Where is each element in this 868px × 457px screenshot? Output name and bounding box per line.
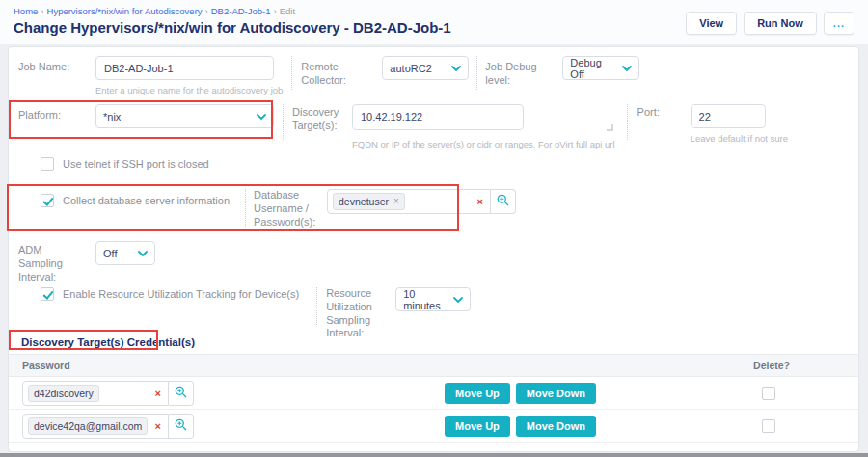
chevron-down-icon [257,114,266,120]
discovery-targets-col: FQDN or IP of the server(s) or cidr or r… [352,104,615,149]
reorder-buttons: Move Up Move Down [445,383,596,404]
use-telnet-label: Use telnet if SSH port is closed [63,157,209,170]
chevron-down-icon [451,66,461,71]
chevron-down-icon [138,251,148,256]
resource-tracking-label: Enable Resource Utilization Tracking for… [63,287,299,300]
column-divider [245,189,246,227]
column-divider [627,104,628,140]
row-job-name: Job Name: Enter a unique name for the au… [9,47,858,95]
row-use-telnet: Use telnet if SSH port is closed [9,146,858,180]
resource-interval-select[interactable]: 10 minutes [395,287,471,311]
row-platform-targets: Platform: *nix Discovery Target(s): FQDN… [9,95,858,146]
view-button[interactable]: View [686,12,737,35]
credential-tag: devnetuser × [333,193,405,210]
clear-field-icon[interactable]: × [155,388,161,399]
use-telnet-checkbox[interactable] [41,157,54,171]
add-credential-link[interactable]: Add another Username/Password [34,450,186,452]
port-col: Leave default if not sure [691,104,788,144]
collect-db-checkbox[interactable] [41,194,54,207]
credential-tag: d42discovery [28,385,99,402]
job-debug-select[interactable]: Debug Off [562,56,639,80]
platform-label: Platform: [18,104,86,122]
discovery-targets-textarea[interactable] [352,104,524,130]
breadcrumb-job[interactable]: DB2-AD-Job-1 [211,6,271,16]
plus-icon: + [22,449,29,452]
job-debug-value: Debug Off [570,57,616,80]
resource-tracking-checkbox[interactable] [41,287,54,301]
move-up-button[interactable]: Move Up [445,383,510,404]
credential-input[interactable]: d42discovery × [22,381,169,406]
row-collect-db: Collect database server information Data… [9,180,858,232]
move-down-button[interactable]: Move Down [516,383,596,404]
delete-checkbox[interactable] [762,387,775,400]
breadcrumb-autodiscovery[interactable]: Hypervisors/*nix/win for Autodiscovery [47,6,203,16]
lookup-button[interactable] [169,381,194,406]
remove-tag-icon[interactable]: × [393,197,399,206]
db-credentials-field: devnetuser × × [327,189,516,214]
magnifier-zoom-icon [175,385,187,402]
add-credential-row: + Add another Username/Password [9,443,858,452]
lookup-button[interactable] [169,414,194,439]
breadcrumb-separator: › [41,6,43,16]
move-up-button[interactable]: Move Up [445,416,510,437]
platform-value: *nix [103,111,121,122]
breadcrumb-separator: › [205,6,208,16]
page-header: Home›Hypervisors/*nix/win for Autodiscov… [0,0,868,44]
credential-field: d42discovery × [22,381,194,406]
port-label: Port: [637,104,691,120]
credentials-table-header: Password Delete? [9,354,858,377]
row-adm-sampling: ADM Sampling Interval: Off [9,232,858,277]
port-helper: Leave default if not sure [691,133,788,144]
column-divider [316,287,317,325]
adm-sampling-select[interactable]: Off [95,241,155,265]
remote-collector-select[interactable]: autoRC2 [382,56,469,80]
adm-sampling-label: ADM Sampling Interval: [18,241,86,283]
credential-field: device42qa@gmail.com × [22,414,194,439]
breadcrumb-home[interactable]: Home [14,6,38,16]
magnifier-zoom-icon [497,193,509,210]
adm-sampling-value: Off [103,248,117,259]
breadcrumb-separator: › [274,6,277,16]
header-left: Home›Hypervisors/*nix/win for Autodiscov… [14,6,451,36]
chevron-down-icon [622,66,632,71]
credential-tag-text: d42discovery [34,388,94,399]
collect-db-label: Collect database server information [63,194,230,206]
more-actions-button[interactable]: ... [824,12,854,35]
job-name-helper: Enter a unique name for the autodiscover… [95,85,283,95]
clear-field-icon[interactable]: × [477,196,483,207]
lookup-button[interactable] [491,189,516,214]
credential-row: device42qa@gmail.com × Move Up Move Down [9,410,858,443]
run-now-button[interactable]: Run Now [744,12,817,35]
remote-collector-value: autoRC2 [390,63,431,74]
reorder-buttons: Move Up Move Down [445,416,596,437]
db-credentials-label: Database Username / Password(s): [254,189,319,228]
move-down-button[interactable]: Move Down [516,416,596,437]
breadcrumb-edit: Edit [280,6,295,16]
credentials-section-title: Discovery Target(s) Credential(s) [9,331,858,354]
job-edit-form: Job Name: Enter a unique name for the au… [8,46,859,452]
credential-input[interactable]: device42qa@gmail.com × [22,414,169,439]
page-title: Change Hypervisors/*nix/win for Autodisc… [14,19,451,36]
resize-grip-icon[interactable] [607,124,613,131]
credential-tag-text: device42qa@gmail.com [34,420,142,432]
column-divider [283,104,284,140]
column-divider [476,56,477,90]
credential-tag-text: devnetuser [339,196,389,207]
column-divider [291,56,292,90]
delete-column-header: Delete? [753,360,790,371]
row-resource-tracking: Enable Resource Utilization Tracking for… [9,277,858,331]
resource-interval-value: 10 minutes [403,288,448,311]
header-actions: View Run Now ... [686,12,854,35]
job-name-label: Job Name: [18,56,86,74]
job-name-input[interactable] [95,56,274,80]
discovery-targets-label: Discovery Target(s): [292,104,348,133]
db-credentials-input[interactable]: devnetuser × × [327,189,491,214]
clear-field-icon[interactable]: × [155,420,161,432]
delete-checkbox[interactable] [762,419,775,433]
job-debug-label: Job Debug level: [485,56,560,88]
chevron-down-icon [453,297,463,303]
port-input[interactable] [691,104,766,128]
resource-interval-label: Resource Utilization Sampling Interval: [326,287,388,340]
platform-select[interactable]: *nix [95,104,274,128]
job-name-field-col: Enter a unique name for the autodiscover… [95,56,283,95]
